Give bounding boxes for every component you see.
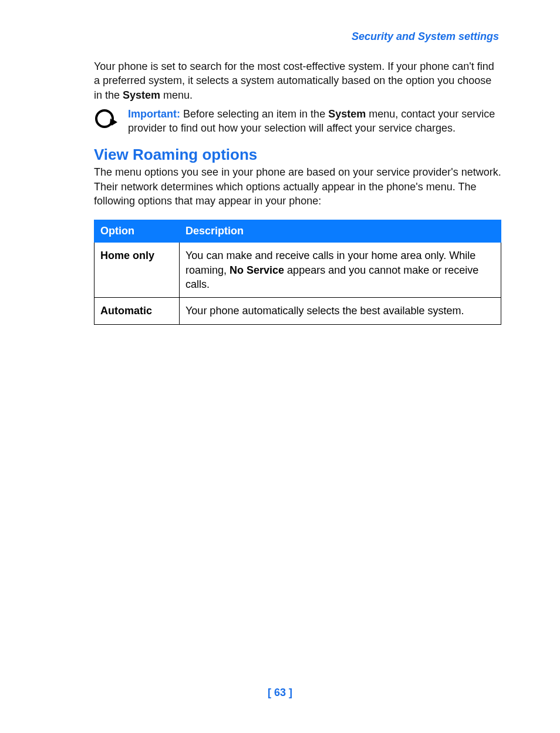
important-text: Important: Before selecting an item in t… bbox=[128, 107, 501, 136]
table-row: Home only You can make and receive calls… bbox=[95, 243, 501, 298]
important-text-1: Before selecting an item in the bbox=[180, 108, 328, 120]
table-row: Automatic Your phone automatically selec… bbox=[95, 298, 501, 324]
important-icon bbox=[94, 108, 123, 134]
description-cell: You can make and receive calls in your h… bbox=[180, 243, 501, 298]
option-cell: Automatic bbox=[95, 298, 180, 324]
page-header: Security and System settings bbox=[94, 31, 501, 43]
roaming-options-table: Option Description Home only You can mak… bbox=[94, 220, 501, 324]
table-header-row: Option Description bbox=[95, 220, 501, 243]
intro-text-2: menu. bbox=[160, 89, 193, 101]
option-cell: Home only bbox=[95, 243, 180, 298]
important-note: Important: Before selecting an item in t… bbox=[94, 107, 501, 136]
table-header-description: Description bbox=[180, 220, 501, 243]
page-number: [ 63 ] bbox=[0, 687, 560, 699]
desc-pre: Your phone automatically selects the bes… bbox=[185, 305, 464, 317]
section-paragraph: The menu options you see in your phone a… bbox=[94, 165, 501, 208]
desc-bold: No Service bbox=[230, 264, 284, 276]
table-header-option: Option bbox=[95, 220, 180, 243]
important-bold-system: System bbox=[328, 108, 366, 120]
section-heading: View Roaming options bbox=[94, 146, 501, 164]
description-cell: Your phone automatically selects the bes… bbox=[180, 298, 501, 324]
intro-bold-system: System bbox=[123, 89, 160, 101]
important-label: Important: bbox=[128, 108, 180, 120]
intro-paragraph: Your phone is set to search for the most… bbox=[94, 59, 501, 102]
